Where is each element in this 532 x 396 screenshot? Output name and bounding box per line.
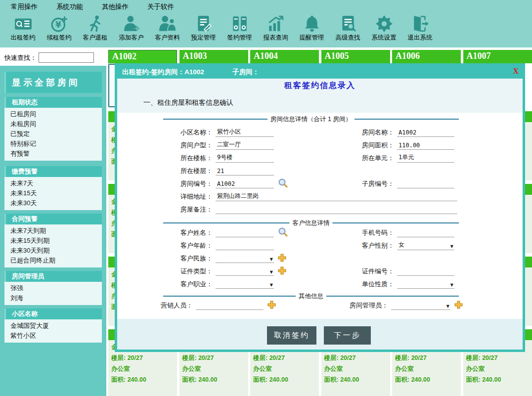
chevron-down-icon[interactable]: ▼ [446,304,449,308]
sidebar-item-marked[interactable]: 特别标记 [4,139,102,149]
advanced-search-button[interactable]: 高级查找 [330,14,366,46]
tab-a1007[interactable]: A1007 [463,50,532,63]
menu-common-ops[interactable]: 常用操作 [11,2,38,11]
room-type-field: 房间户型：二室一厅 [163,141,274,151]
id-number-field: 证件编号： [345,267,454,277]
app-window: 常用操作 系统功能 其他操作 关于软件 出租签约 ¥ 续租签约 [0,0,532,396]
contract-manage-button[interactable]: 签约管理 [222,14,258,46]
room-card-area: 面积: 240.00 [324,374,390,385]
show-all-rooms-button[interactable]: 显示全部房间 [4,72,102,93]
section-payment-warning: 缴费预警 未来7天 未来15天 未来30天 [4,166,102,210]
sidebar-item-community-2[interactable]: 紫竹小区 [4,331,102,341]
tab-a1004[interactable]: A1004 [250,50,319,63]
room-card-floor: 楼层: 20/27 [466,352,532,363]
renew-contract-button[interactable]: ¥ 续租签约 [41,14,77,46]
tab-a1003[interactable]: A1003 [179,50,248,63]
tool-label: 退出系统 [408,34,433,42]
building-field: 所在楼栋：9号楼 [163,154,274,164]
tool-label: 系统设置 [372,34,397,42]
chevron-down-icon[interactable]: ▼ [270,270,273,274]
system-settings-icon [375,14,394,33]
menu-system-功能[interactable]: 系统功能 [56,2,83,11]
add-sales-person-icon[interactable] [267,301,276,311]
room-manager-field: 房间管理员：▼ [334,301,450,311]
sidebar-item-exp-30d[interactable]: 未来30天到期 [4,246,102,256]
add-ethnicity-icon[interactable] [278,254,286,264]
add-id-type-icon[interactable] [278,266,286,277]
sidebar-item-exp-15d[interactable]: 未来15天到期 [4,236,102,246]
room-card-floor: 楼层: 20/27 [111,352,177,363]
tool-label: 报表查询 [264,34,288,42]
gender-field: 客户性别：女▼ [345,241,454,251]
rent-contract-button[interactable]: 出租签约 [5,14,41,46]
sidebar-item-vacant[interactable]: 未租房间 [4,119,102,129]
tab-a1006[interactable]: A1006 [392,50,461,63]
chevron-down-icon[interactable]: ▼ [450,244,453,249]
add-customer-button[interactable]: 添加客户 [113,14,149,46]
customer-files-icon [158,14,177,33]
room-card-area: 面积: 240.00 [253,374,319,385]
room-search-icon[interactable] [278,178,288,190]
close-icon[interactable]: X [513,67,519,76]
contract-manage-icon [230,14,249,33]
exit-system-button[interactable]: 退出系统 [402,14,438,46]
customer-checkout-icon [86,14,105,33]
sidebar-item-booked[interactable]: 已预定 [4,129,102,139]
tab-a1005[interactable]: A1005 [321,50,390,63]
section-contract-warning: 合同预警 未来7天到期 未来15天到期 未来30天到期 已超合同终止期 [4,214,102,267]
sidebar-item-warned[interactable]: 有预警 [4,149,102,159]
menu-bar: 常用操作 系统功能 其他操作 关于软件 [0,0,174,14]
menu-other-ops[interactable]: 其他操作 [102,2,129,11]
dialog-button-strip [117,319,523,350]
sidebar-item-manager-1[interactable]: 张强 [4,283,102,293]
section-title: 租期状态 [4,97,102,108]
customer-checkout-button[interactable]: 客户退租 [77,14,113,46]
tool-label: 提醒管理 [300,34,324,42]
room-no-field: 房间编号：A1002 [163,179,274,189]
floor-field: 所在楼层：21 [163,167,274,176]
rent-contract-icon [14,14,33,33]
tool-label: 出租签约 [11,34,36,42]
sub-room-no-field: 子房编号： [345,179,454,189]
cancel-sign-button[interactable]: 取消签约 [267,326,316,345]
unit-field: 所在单元：1单元 [345,154,454,164]
chevron-down-icon[interactable]: ▼ [450,283,453,287]
sales-person-field: 营销人员： [143,301,264,311]
dialog-titlebar[interactable]: 出租签约-签约房间：A1002 子房间： X [117,66,523,79]
reminder-manage-button[interactable]: 提醒管理 [294,14,330,46]
quick-find-bar: 快速查找： [0,49,106,66]
tool-label: 预定管理 [191,34,216,42]
customer-files-button[interactable]: 客户资料 [149,14,185,46]
section-community: 小区名称 金城国贸大厦 紫竹小区 [4,308,102,343]
menu-about[interactable]: 关于软件 [147,2,174,11]
chevron-down-icon[interactable]: ▼ [270,283,273,287]
report-query-button[interactable]: 报表查询 [258,14,294,46]
next-step-button[interactable]: 下一步 [324,326,371,345]
sidebar-item-rented[interactable]: 已租房间 [4,109,102,119]
sidebar-item-exp-over[interactable]: 已超合同终止期 [4,256,102,265]
customer-name-field: 客户姓名： [163,228,274,238]
sidebar-item-community-1[interactable]: 金城国贸大厦 [4,321,102,331]
customer-search-icon[interactable] [278,227,288,239]
mobile-field: 手机号码： [345,228,454,238]
chevron-down-icon[interactable]: ▼ [270,257,273,262]
quick-find-input[interactable] [39,52,94,63]
sidebar-item-pay-15d[interactable]: 未来15天 [4,188,102,198]
sidebar-item-pay-7d[interactable]: 未来7天 [4,178,102,188]
room-card-usage: 办公室 [395,363,461,374]
sidebar-item-exp-7d[interactable]: 未来7天到期 [4,226,102,236]
customer-age-field: 客户年龄： [163,241,274,251]
system-settings-button[interactable]: 系统设置 [366,14,402,46]
customer-ethnicity-field: 客户民族：▼ [163,254,274,264]
sidebar-item-pay-30d[interactable]: 未来30天 [4,198,102,208]
tab-a1002[interactable]: A1002 [108,50,177,63]
sidebar-item-manager-2[interactable]: 刘海 [4,293,102,303]
id-type-field: 证件类型：▼ [163,267,274,277]
room-card-floor: 楼层: 20/27 [253,352,319,363]
add-room-manager-icon[interactable] [454,301,463,311]
booking-manage-button[interactable]: 预定管理 [185,14,222,46]
room-card-area: 面积: 240.00 [466,374,532,385]
room-card-area: 面积: 240.00 [182,374,248,385]
section-title: 合同预警 [4,214,102,224]
section-rent-status: 租期状态 已租房间 未租房间 已预定 特别标记 有预警 [4,97,102,161]
